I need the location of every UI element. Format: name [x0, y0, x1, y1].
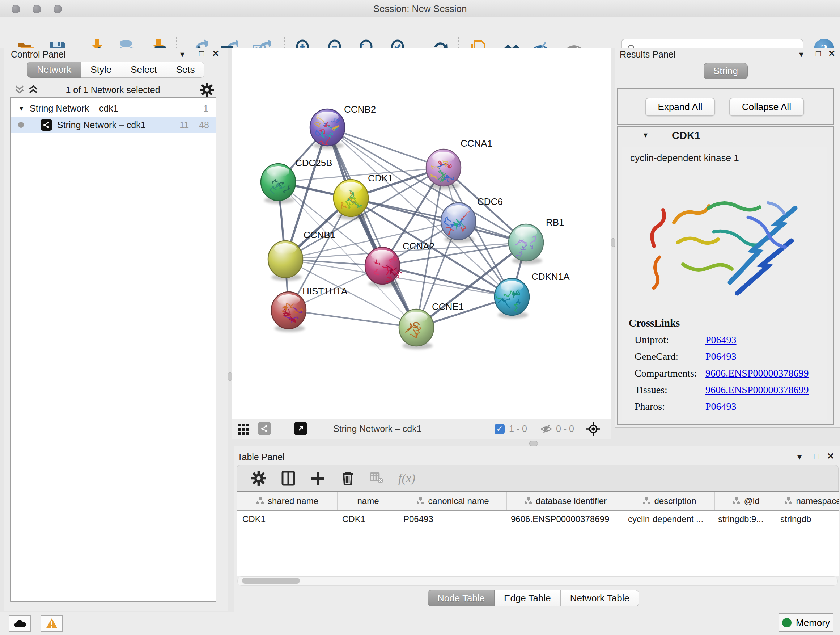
node-label-CCNB1: CCNB1	[303, 230, 335, 241]
table-cell[interactable]: stringdb	[775, 511, 839, 527]
column-header-database-identifier[interactable]: database identifier	[507, 492, 624, 510]
table-row[interactable]: CDK1CDK1P064939606.ENSP00000378699cyclin…	[237, 511, 838, 527]
column-network-icon	[524, 497, 532, 505]
results-panel-float-button[interactable]: ▾	[799, 50, 804, 59]
column-header-namespace[interactable]: namespace	[777, 492, 839, 510]
crosslink-row: Uniprot:P06493	[635, 334, 827, 346]
network-view-canvas[interactable]: CCNB2CCNA1CDC25BCDK1CDC6RB1CCNB1CCNA2CDK…	[232, 48, 611, 420]
crosslink-row: Tissues:9606.ENSP00000378699	[635, 384, 827, 396]
network-row-selected[interactable]: String Network – cdk1 11 48	[11, 117, 216, 133]
warning-icon	[46, 618, 58, 629]
node-gloss	[340, 182, 362, 193]
collection-expander-icon[interactable]: ▾	[19, 104, 23, 112]
selected-node-edge-counts: 1 - 0	[509, 424, 527, 434]
network-view-footer: String Network – cdk1 ✓ 1 - 0 0 - 0	[232, 419, 611, 439]
column-header-description[interactable]: description	[624, 492, 715, 510]
bottom-splitter-handle[interactable]	[529, 441, 538, 446]
control-panel-maximize-button[interactable]: □	[199, 49, 204, 58]
node-gloss	[515, 226, 537, 238]
table-cell[interactable]: CDK1	[237, 511, 337, 527]
delete-table-icon[interactable]	[369, 470, 384, 486]
node-label-CCNA1: CCNA1	[461, 138, 493, 149]
crosslink-row: GeneCard:P06493	[635, 351, 827, 363]
column-header-shared-name[interactable]: shared name	[237, 492, 338, 510]
add-column-icon[interactable]	[310, 470, 326, 486]
delete-column-trash-icon[interactable]	[340, 470, 355, 486]
crosslink-link[interactable]: P06493	[706, 351, 737, 363]
results-panel-close-button[interactable]: ✕	[828, 49, 835, 58]
node-RB1[interactable]	[508, 224, 543, 264]
footer-separator	[535, 421, 535, 437]
node-CCNE1[interactable]	[399, 309, 434, 349]
tab-style[interactable]: Style	[81, 62, 121, 78]
network-options-gear-icon[interactable]	[200, 82, 214, 97]
node-CDC25B[interactable]	[261, 164, 295, 204]
node-CDKN1A[interactable]	[494, 279, 529, 318]
node-gloss	[405, 312, 428, 323]
column-header-@id[interactable]: @id	[715, 492, 777, 510]
scrollbar-thumb[interactable]	[242, 578, 300, 584]
node-HIST1H1A[interactable]	[271, 292, 306, 332]
open-in-window-icon[interactable]	[294, 422, 307, 435]
node-label-CDC25B: CDC25B	[295, 157, 332, 168]
cloud-icon	[13, 619, 27, 628]
collapse-all-tree-icon[interactable]	[14, 84, 40, 96]
footer-separator	[580, 421, 580, 437]
main-toolbar: ?	[0, 17, 840, 48]
node-CDK1[interactable]	[333, 180, 368, 220]
crosslink-link[interactable]: 9606.ENSP00000378699	[706, 384, 808, 396]
collapse-all-button[interactable]: Collapse All	[729, 98, 804, 116]
control-panel-float-button[interactable]: ▾	[180, 50, 185, 59]
tab-edge-table[interactable]: Edge Table	[494, 590, 561, 606]
hidden-eye-icon[interactable]	[540, 424, 553, 434]
results-panel-maximize-button[interactable]: □	[816, 49, 821, 58]
node-CCNA1[interactable]	[426, 149, 461, 189]
selected-checkbox-icon[interactable]: ✓	[494, 424, 505, 434]
crosslink-link[interactable]: 9606.ENSP00000378699	[706, 367, 808, 379]
control-panel-close-button[interactable]: ✕	[212, 49, 219, 58]
table-cell[interactable]: stringdb:9...	[713, 511, 775, 527]
node-label-CCNA2: CCNA2	[403, 241, 434, 252]
table-cell[interactable]: P06493	[398, 511, 506, 527]
node-gloss	[447, 205, 470, 216]
memory-button[interactable]: Memory	[778, 613, 834, 632]
crosslink-label: Tissues:	[635, 384, 706, 396]
network-share-view-icon[interactable]	[258, 422, 271, 435]
birds-eye-crosshair-icon[interactable]	[586, 421, 601, 437]
node-label-CCNB2: CCNB2	[344, 104, 376, 115]
edge-HIST1H1A-CCNE1[interactable]	[289, 310, 416, 328]
titlebar: Session: New Session	[0, 0, 840, 17]
tab-sets[interactable]: Sets	[166, 62, 204, 78]
footer-separator	[485, 421, 485, 437]
tab-network[interactable]: Network	[27, 62, 81, 78]
column-header-name[interactable]: name	[338, 492, 399, 510]
tab-string[interactable]: String	[704, 63, 748, 79]
column-header-canonical-name[interactable]: canonical name	[399, 492, 507, 510]
show-columns-icon[interactable]	[280, 470, 296, 486]
gene-expander-icon[interactable]: ▾	[644, 130, 647, 140]
table-panel-close-button[interactable]: ✕	[827, 452, 834, 461]
node-gloss	[501, 281, 523, 292]
table-cell[interactable]: cyclin-dependent ...	[623, 511, 713, 527]
table-cell[interactable]: 9606.ENSP00000378699	[506, 511, 623, 527]
tab-network-table[interactable]: Network Table	[561, 590, 639, 606]
node-CCNB1[interactable]	[268, 241, 303, 281]
table-cell[interactable]: CDK1	[337, 511, 398, 527]
column-network-icon	[256, 497, 264, 505]
expand-all-button[interactable]: Expand All	[645, 98, 715, 116]
node-CCNB2[interactable]	[310, 109, 345, 149]
tab-node-table[interactable]: Node Table	[428, 590, 494, 606]
table-panel-float-button[interactable]: ▾	[797, 453, 802, 461]
grid-view-icon[interactable]	[238, 424, 250, 435]
status-bar: Memory	[0, 612, 840, 635]
table-settings-gear-icon[interactable]	[251, 470, 267, 486]
tab-select[interactable]: Select	[121, 62, 166, 78]
network-collection-row[interactable]: ▾ String Network – cdk1 1	[11, 100, 216, 117]
table-panel-maximize-button[interactable]: □	[814, 452, 819, 461]
warning-status-button[interactable]	[41, 615, 63, 632]
cloud-status-button[interactable]	[9, 615, 31, 632]
function-builder-icon[interactable]: f(x)	[398, 471, 415, 485]
crosslink-link[interactable]: P06493	[706, 401, 737, 412]
crosslink-label: Compartments:	[635, 367, 706, 379]
crosslink-link[interactable]: P06493	[706, 334, 737, 346]
